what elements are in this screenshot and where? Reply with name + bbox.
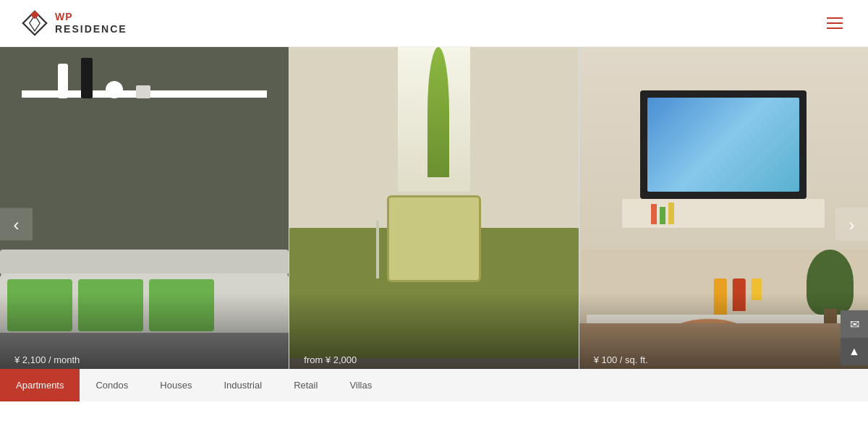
- header: WP RESIDENCE: [0, 0, 868, 47]
- slide-3: ¥ 100 / sq. ft. Cement Factory for Sale: [579, 47, 868, 401]
- vase-2: [81, 58, 93, 98]
- book-1: [651, 204, 657, 224]
- scroll-up-icon: ▲: [848, 345, 860, 358]
- svg-marker-2: [31, 12, 39, 20]
- vase-4: [136, 85, 150, 98]
- tab-villas[interactable]: Villas: [333, 369, 388, 401]
- tabs-bar: ApartmentsCondosHousesIndustrialRetailVi…: [0, 369, 868, 401]
- bottom-icons: ✉ ▲: [841, 310, 868, 365]
- tab-apartments[interactable]: Apartments: [0, 369, 80, 401]
- vase-3: [106, 81, 123, 98]
- tab-industrial[interactable]: Industrial: [208, 369, 278, 401]
- message-icon: ✉: [850, 318, 859, 331]
- carousel-prev-button[interactable]: ‹: [0, 208, 33, 241]
- menu-button[interactable]: [823, 14, 846, 33]
- book-2: [660, 207, 665, 224]
- cushion: [387, 195, 481, 282]
- candle: [376, 221, 379, 278]
- carousel: ¥ 2,100 / month Luxury Villa In Rego Par…: [0, 47, 868, 401]
- scroll-up-button[interactable]: ▲: [841, 338, 868, 365]
- slide-1-price: ¥ 2,100 / month: [14, 354, 206, 365]
- logo-text: WP RESIDENCE: [55, 11, 127, 35]
- logo-wp: WP: [55, 11, 127, 23]
- logo-residence: RESIDENCE: [55, 23, 127, 35]
- stand-items: [651, 203, 674, 224]
- logo-icon: [22, 10, 48, 36]
- book-3: [668, 203, 674, 224]
- shelf-decor: [58, 58, 150, 98]
- plant: [427, 47, 449, 177]
- slide-1: ¥ 2,100 / month Luxury Villa In Rego Par…: [0, 47, 289, 401]
- tv-screen: [647, 98, 799, 192]
- tab-condos[interactable]: Condos: [80, 369, 144, 401]
- hamburger-line-2: [827, 22, 843, 24]
- slide-2-price: from ¥ 2,000: [304, 354, 499, 365]
- tab-houses[interactable]: Houses: [144, 369, 208, 401]
- slide-3-price: ¥ 100 / sq. ft.: [594, 354, 777, 365]
- logo[interactable]: WP RESIDENCE: [22, 10, 127, 36]
- tab-retail[interactable]: Retail: [278, 369, 333, 401]
- carousel-next-button[interactable]: ›: [835, 208, 868, 241]
- hamburger-line-1: [827, 17, 843, 19]
- sofa-back: [0, 250, 289, 275]
- vase-1: [58, 64, 68, 98]
- tv: [640, 90, 807, 199]
- message-button[interactable]: ✉: [841, 310, 868, 338]
- slide-2: from ¥ 2,000 Lovelace Road Greenfield: [289, 47, 579, 401]
- hamburger-line-3: [827, 27, 843, 29]
